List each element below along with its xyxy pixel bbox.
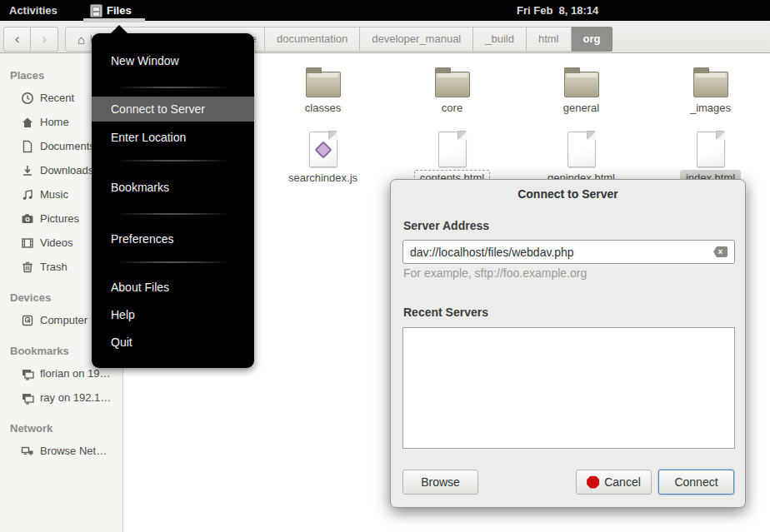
menu-separator <box>92 261 254 263</box>
folder-icon <box>306 72 341 97</box>
activities-button[interactable]: Activities <box>9 0 58 21</box>
film-icon <box>21 236 34 250</box>
folder-images[interactable]: _images <box>646 63 770 114</box>
file-label: _images <box>646 102 770 114</box>
script-diamond-glyph <box>314 141 332 158</box>
screen: Activities Files Fri Feb 8, 18:14 ‹ › ⌂ … <box>0 0 770 532</box>
folder-core[interactable]: core <box>388 63 517 114</box>
file-label: core <box>388 102 517 114</box>
files-app-menu-popup: New Window Connect to Server Enter Locat… <box>92 33 254 368</box>
file-label: searchindex.js <box>258 172 388 184</box>
connect-button[interactable]: Connect <box>658 470 734 495</box>
sidebar-item-label: Downloads <box>40 164 93 177</box>
cancel-button-label: Cancel <box>604 475 641 489</box>
remote-computer-icon <box>21 367 34 380</box>
html-file-icon <box>438 132 467 167</box>
browse-button-label: Browse <box>421 475 460 489</box>
file-contents-html[interactable]: contents.html <box>388 132 517 184</box>
folder-icon <box>435 72 470 97</box>
menu-item-connect-to-server[interactable]: Connect to Server <box>92 97 254 122</box>
sidebar-item-label: Videos <box>40 236 73 249</box>
sidebar-item-label: Recent <box>40 92 74 104</box>
clear-entry-icon[interactable]: × <box>713 246 728 257</box>
breadcrumb-documentation[interactable]: documentation <box>265 27 360 52</box>
music-icon <box>21 188 34 201</box>
connect-to-server-dialog: Connect to Server Server Address dav://l… <box>390 179 746 508</box>
browse-button[interactable]: Browse <box>402 470 478 495</box>
sidebar-section-network: Network <box>0 416 123 440</box>
sidebar-item-label: Documents <box>40 140 95 152</box>
home-icon <box>21 116 34 129</box>
folder-classes[interactable]: classes <box>258 63 388 114</box>
server-address-input[interactable]: dav://localhost/files/webdav.php × <box>402 240 735 264</box>
cancel-button[interactable]: Cancel <box>576 470 652 495</box>
drive-icon <box>21 314 34 327</box>
cancel-stop-icon <box>587 476 599 489</box>
folder-icon <box>564 72 599 97</box>
files-app-icon <box>90 4 102 17</box>
remote-computer-icon <box>21 391 34 405</box>
clock-icon <box>21 92 34 105</box>
sidebar-item-label: Music <box>40 188 68 201</box>
server-address-label: Server Address <box>403 219 489 232</box>
popup-arrow <box>110 25 128 34</box>
sidebar-item-browse-network[interactable]: Browse Net… <box>0 439 123 463</box>
menu-separator <box>92 160 254 162</box>
trash-icon <box>21 261 34 274</box>
dialog-title: Connect to Server <box>391 187 745 201</box>
folder-icon <box>693 72 728 97</box>
menu-separator <box>92 87 254 88</box>
menu-separator <box>92 213 254 215</box>
file-label: classes <box>258 102 388 114</box>
sidebar-item-label: florian on 19… <box>40 367 111 380</box>
menu-item-new-window[interactable]: New Window <box>92 48 254 73</box>
server-address-value: dav://localhost/files/webdav.php <box>410 246 713 259</box>
sidebar-item-label: Pictures <box>40 212 79 225</box>
file-genindex-html[interactable]: genindex.html <box>517 132 646 184</box>
forward-button[interactable]: › <box>31 27 58 52</box>
app-menu-open-indicator <box>83 18 145 22</box>
nav-buttons: ‹ › <box>3 27 58 52</box>
html-file-icon <box>568 132 596 167</box>
document-icon <box>21 140 34 153</box>
menu-item-bookmarks[interactable]: Bookmarks <box>92 175 254 200</box>
script-file-icon <box>309 132 338 167</box>
sidebar-item-label: Home <box>40 116 69 128</box>
network-icon <box>21 445 34 458</box>
sidebar-item-label: Trash <box>40 261 68 273</box>
sidebar-item-label: Browse Net… <box>40 445 107 457</box>
connect-button-label: Connect <box>674 475 718 489</box>
file-label: general <box>517 102 646 114</box>
breadcrumb-org-current[interactable]: org <box>572 27 613 52</box>
sidebar-item-ray-server[interactable]: ray on 192.1… <box>0 385 123 410</box>
breadcrumb-html[interactable]: html <box>527 27 572 52</box>
recent-servers-list[interactable] <box>402 327 735 449</box>
breadcrumb-developer-manual[interactable]: developer_manual <box>360 27 473 52</box>
menu-item-quit[interactable]: Quit <box>92 330 254 355</box>
menu-item-help[interactable]: Help <box>92 302 254 327</box>
menu-item-about-files[interactable]: About Files <box>92 275 254 300</box>
breadcrumb-build[interactable]: _build <box>473 27 527 52</box>
folder-general[interactable]: general <box>517 63 646 114</box>
file-index-html-selected[interactable]: index.html <box>646 132 770 184</box>
menu-item-enter-location[interactable]: Enter Location <box>92 125 254 150</box>
home-icon: ⌂ <box>78 33 85 46</box>
menu-item-preferences[interactable]: Preferences <box>92 226 254 251</box>
sidebar-item-label: ray on 192.1… <box>40 391 111 404</box>
clock[interactable]: Fri Feb 8, 18:14 <box>517 0 598 21</box>
camera-icon <box>21 212 34 226</box>
download-icon <box>21 164 34 177</box>
sidebar-item-label: Computer <box>40 314 88 326</box>
recent-servers-label: Recent Servers <box>403 306 488 319</box>
server-address-hint: For example, sftp://foo.example.org <box>403 266 587 280</box>
file-searchindex-js[interactable]: searchindex.js <box>258 132 388 184</box>
back-button[interactable]: ‹ <box>3 27 31 52</box>
html-file-icon <box>697 132 725 167</box>
